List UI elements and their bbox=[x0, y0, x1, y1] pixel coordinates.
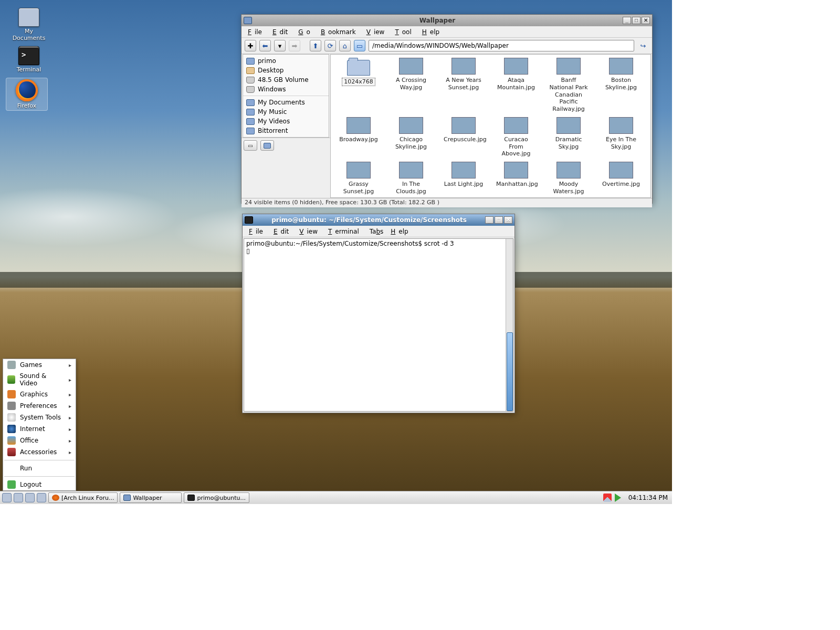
sidebar-item-volume[interactable]: 48.5 GB Volume bbox=[243, 75, 329, 85]
taskbar-item-terminal[interactable]: primo@ubuntu... bbox=[184, 492, 249, 503]
file-item-folder[interactable]: 1024x768 bbox=[337, 58, 380, 113]
menu-edit[interactable]: Edit bbox=[270, 227, 295, 236]
menu-view[interactable]: View bbox=[296, 227, 324, 236]
file-item-image[interactable]: A New Years Sunset.jpg bbox=[442, 58, 485, 113]
menu-item-system-tools[interactable]: System Tools bbox=[3, 412, 76, 423]
office-icon bbox=[7, 436, 16, 445]
menu-tool[interactable]: Tool bbox=[392, 27, 417, 37]
desktop-icon-my-documents[interactable]: My Documents bbox=[8, 8, 50, 41]
term-titlebar[interactable]: primo@ubuntu: ~/Files/System/Customize/S… bbox=[243, 214, 514, 226]
back-button[interactable]: ⬅ bbox=[259, 40, 271, 51]
menu-help[interactable]: Help bbox=[419, 27, 446, 37]
go-button[interactable]: ↪ bbox=[637, 40, 649, 51]
file-item-image[interactable]: Eye In The Sky.jpg bbox=[600, 117, 643, 158]
scrollbar[interactable] bbox=[506, 239, 513, 411]
launcher-show-desktop[interactable] bbox=[37, 493, 46, 502]
network-icon[interactable] bbox=[603, 494, 612, 502]
file-item-image[interactable]: Curacao From Above.jpg bbox=[495, 117, 538, 158]
menu-terminal[interactable]: Terminal bbox=[325, 227, 365, 236]
clock[interactable]: 04:11:34 PM bbox=[628, 494, 668, 501]
desktop-icon-terminal[interactable]: Terminal bbox=[8, 46, 50, 73]
history-dropdown[interactable]: ▾ bbox=[274, 40, 286, 51]
taskbar: [Arch Linux Foru... Wallpaper primo@ubun… bbox=[0, 491, 672, 504]
term-title: primo@ubuntu: ~/Files/System/Customize/S… bbox=[256, 216, 482, 224]
fm-view[interactable]: 1024x768A Crossing Way.jpgA New Years Su… bbox=[330, 54, 651, 198]
drive-icon bbox=[246, 77, 255, 83]
menu-tabs[interactable]: Tabs bbox=[366, 227, 387, 236]
menu-view[interactable]: View bbox=[363, 27, 391, 37]
file-item-image[interactable]: Manhattan.jpg bbox=[495, 162, 538, 195]
launcher-file-manager[interactable] bbox=[14, 493, 23, 502]
sidebar-item-primo[interactable]: primo bbox=[243, 56, 329, 66]
sidebar-item-my-documents[interactable]: My Documents bbox=[243, 98, 329, 107]
maximize-button[interactable]: □ bbox=[632, 17, 640, 24]
close-button[interactable]: ✕ bbox=[504, 216, 512, 224]
file-item-label: Ataqa Mountain.jpg bbox=[495, 77, 538, 91]
taskbar-item-firefox[interactable]: [Arch Linux Foru... bbox=[48, 492, 118, 503]
menu-item-logout[interactable]: Logout bbox=[3, 479, 76, 490]
file-item-image[interactable]: Banff National Park Canadian Pacific Rai… bbox=[547, 58, 590, 113]
file-item-image[interactable]: Moody Waters.jpg bbox=[547, 162, 590, 195]
file-item-image[interactable]: In The Clouds.jpg bbox=[390, 162, 433, 195]
file-item-image[interactable]: Boston Skyline.jpg bbox=[600, 58, 643, 113]
minimize-button[interactable]: _ bbox=[623, 17, 631, 24]
sidebar-item-my-videos[interactable]: My Videos bbox=[243, 117, 329, 126]
file-manager-window: Wallpaper _ □ ✕ File Edit Go Bookmark Vi… bbox=[241, 14, 653, 204]
places-button[interactable] bbox=[260, 140, 274, 151]
forward-button[interactable]: ➡ bbox=[289, 40, 300, 51]
file-item-image[interactable]: Overtime.jpg bbox=[600, 162, 643, 195]
menu-item-sound-video[interactable]: Sound & Video bbox=[3, 371, 76, 388]
location-toggle-button[interactable]: ▭ bbox=[354, 40, 365, 51]
menu-item-accessories[interactable]: Accessories bbox=[3, 446, 76, 458]
desktop-icon-firefox[interactable]: Firefox bbox=[6, 78, 48, 111]
minimize-button[interactable]: _ bbox=[485, 216, 494, 224]
menu-item-internet[interactable]: Internet bbox=[3, 423, 76, 435]
menu-file[interactable]: File bbox=[245, 27, 268, 37]
menu-edit[interactable]: Edit bbox=[269, 27, 294, 37]
sidebar-item-bittorrent[interactable]: Bittorrent bbox=[243, 126, 329, 135]
home-button[interactable]: ⌂ bbox=[339, 40, 351, 51]
file-item-label: Overtime.jpg bbox=[601, 181, 642, 188]
terminal-icon bbox=[245, 216, 253, 224]
menu-go[interactable]: Go bbox=[295, 27, 317, 37]
scrollbar-thumb[interactable] bbox=[507, 332, 513, 411]
file-item-image[interactable]: A Crossing Way.jpg bbox=[390, 58, 433, 113]
image-thumbnail-icon bbox=[504, 117, 528, 134]
menu-file[interactable]: File bbox=[246, 227, 269, 236]
sidebar-item-desktop[interactable]: Desktop bbox=[243, 66, 329, 75]
menu-item-office[interactable]: Office bbox=[3, 435, 76, 446]
file-item-image[interactable]: Crepuscule.jpg bbox=[442, 117, 485, 158]
launcher-terminal[interactable] bbox=[25, 493, 35, 502]
terminal-body[interactable]: primo@ubuntu:~/Files/System/Customize/Sc… bbox=[244, 238, 513, 412]
folder-icon bbox=[246, 58, 255, 65]
app-menu-button[interactable] bbox=[2, 493, 12, 502]
image-thumbnail-icon bbox=[399, 117, 423, 134]
menu-item-games[interactable]: Games bbox=[3, 359, 76, 371]
menu-help[interactable]: Help bbox=[387, 227, 414, 236]
sidebar-item-windows[interactable]: Windows bbox=[243, 85, 329, 94]
file-item-image[interactable]: Dramatic Sky.jpg bbox=[547, 117, 590, 158]
menu-item-preferences[interactable]: Preferences bbox=[3, 400, 76, 412]
file-item-image[interactable]: Broadway.jpg bbox=[337, 117, 380, 158]
menu-item-graphics[interactable]: Graphics bbox=[3, 388, 76, 400]
taskbar-item-wallpaper[interactable]: Wallpaper bbox=[120, 492, 182, 503]
file-item-image[interactable]: Chicago Skyline.jpg bbox=[390, 117, 433, 158]
menu-bookmark[interactable]: Bookmark bbox=[318, 27, 362, 37]
up-button[interactable]: ⬆ bbox=[310, 40, 321, 51]
file-item-image[interactable]: Last Light.jpg bbox=[442, 162, 485, 195]
terminal-icon bbox=[187, 495, 195, 501]
file-item-image[interactable]: Grassy Sunset.jpg bbox=[337, 162, 380, 195]
menu-item-run[interactable]: Run bbox=[3, 463, 76, 474]
path-input[interactable]: /media/Windows/WINDOWS/Web/Wallpaper bbox=[369, 40, 634, 51]
fm-titlebar[interactable]: Wallpaper _ □ ✕ bbox=[242, 15, 652, 26]
file-item-image[interactable]: Ataqa Mountain.jpg bbox=[495, 58, 538, 113]
folder-icon bbox=[264, 143, 271, 149]
eject-button[interactable]: ▭ bbox=[244, 140, 257, 151]
play-icon[interactable] bbox=[615, 494, 625, 502]
reload-button[interactable]: ⟳ bbox=[324, 40, 336, 51]
file-item-label: Banff National Park Canadian Pacific Rai… bbox=[547, 77, 590, 113]
sidebar-item-my-music[interactable]: My Music bbox=[243, 107, 329, 117]
new-tab-button[interactable]: ✚ bbox=[245, 40, 256, 51]
maximize-button[interactable]: □ bbox=[495, 216, 503, 224]
close-button[interactable]: ✕ bbox=[642, 17, 650, 24]
